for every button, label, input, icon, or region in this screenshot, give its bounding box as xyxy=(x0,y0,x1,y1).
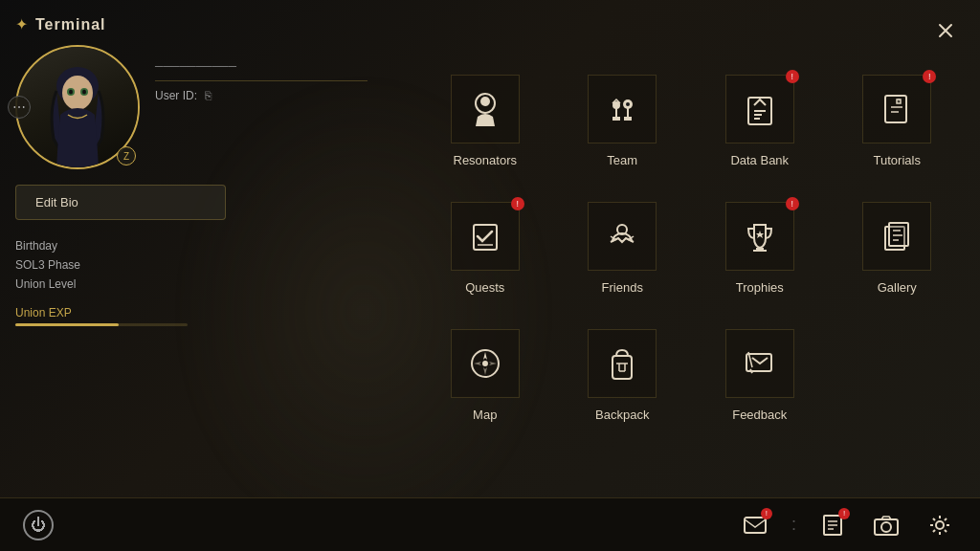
gallery-icon-box xyxy=(862,202,931,271)
resonators-icon-box xyxy=(451,75,520,143)
quests-badge xyxy=(511,197,524,210)
bottom-right: ! : ! xyxy=(738,508,957,542)
user-id-label: User ID: xyxy=(155,89,197,102)
union-exp-label: Union EXP xyxy=(15,306,368,320)
separator: : xyxy=(791,515,796,535)
power-icon: ⏻ xyxy=(31,517,46,534)
terminal-icon: ✦ xyxy=(15,15,28,33)
feedback-icon xyxy=(741,344,779,383)
stat-sol3: SOL3 Phase xyxy=(15,258,368,272)
menu-item-gallery[interactable]: Gallery xyxy=(834,194,962,302)
bottom-left: ⏻ xyxy=(23,510,54,540)
trophies-badge xyxy=(786,197,799,210)
left-panel: ✦ Terminal xyxy=(0,0,383,497)
menu-item-map[interactable]: Map xyxy=(421,321,549,430)
profile-stats: Birthday SOL3 Phase Union Level xyxy=(15,239,368,291)
exp-bar-background xyxy=(15,323,188,326)
user-name: ────────── xyxy=(155,53,368,81)
tutorials-icon-box: ? xyxy=(862,75,931,143)
data-bank-label: Data Bank xyxy=(730,153,789,167)
menu-item-backpack[interactable]: Backpack xyxy=(559,321,687,430)
friends-icon-box xyxy=(588,202,657,271)
mail-badge: ! xyxy=(761,508,772,519)
menu-item-trophies[interactable]: Trophies xyxy=(696,194,824,302)
copy-icon[interactable]: ⎘ xyxy=(205,89,212,102)
menu-item-team[interactable]: Team xyxy=(559,67,687,175)
menu-item-data-bank[interactable]: Data Bank xyxy=(696,67,824,175)
quests-icon-box xyxy=(451,202,520,271)
resonators-label: Resonators xyxy=(454,153,517,167)
backpack-label: Backpack xyxy=(595,408,649,422)
team-icon xyxy=(603,90,641,128)
stat-birthday: Birthday xyxy=(15,239,368,253)
menu-item-quests[interactable]: Quests xyxy=(421,194,549,302)
svg-rect-11 xyxy=(624,117,632,121)
map-icon xyxy=(466,344,504,383)
svg-rect-26 xyxy=(745,518,766,533)
power-button[interactable]: ⏻ xyxy=(23,510,54,540)
gallery-label: Gallery xyxy=(878,280,917,295)
menu-dots-icon: ⋯ xyxy=(12,99,26,115)
quests-icon xyxy=(466,217,504,255)
backpack-icon xyxy=(603,344,641,383)
character-silhouette xyxy=(39,62,116,167)
exp-bar-fill xyxy=(15,323,119,326)
svg-point-7 xyxy=(480,97,490,106)
svg-point-29 xyxy=(881,522,891,532)
stat-union-level: Union Level xyxy=(15,277,368,291)
friends-icon xyxy=(603,217,641,255)
svg-point-30 xyxy=(936,521,944,529)
avatar-container: ⋯ Z xyxy=(15,45,140,169)
tutorials-label: Tutorials xyxy=(874,153,921,167)
trophies-icon xyxy=(741,217,779,255)
trophies-label: Trophies xyxy=(736,280,784,295)
svg-point-4 xyxy=(69,90,73,95)
union-exp-section: Union EXP xyxy=(15,306,368,326)
avatar-menu-button[interactable]: ⋯ xyxy=(8,96,31,119)
edit-bio-button[interactable]: Edit Bio xyxy=(15,185,226,220)
settings-icon xyxy=(928,514,951,537)
map-icon-box xyxy=(451,329,520,398)
close-icon xyxy=(934,19,957,42)
feedback-label: Feedback xyxy=(732,408,787,422)
svg-point-23 xyxy=(482,361,488,366)
avatar-section: ⋯ Z ────────── User ID: ⎘ xyxy=(15,45,368,169)
edit-icon: Z xyxy=(123,151,129,162)
camera-icon xyxy=(874,515,899,536)
notes-button[interactable]: ! xyxy=(815,508,850,542)
svg-rect-24 xyxy=(612,356,632,379)
svg-point-5 xyxy=(82,90,86,95)
user-info: ────────── User ID: ⎘ xyxy=(155,45,368,102)
right-panel: Resonators Team xyxy=(421,48,961,449)
resonators-icon xyxy=(466,90,504,128)
map-label: Map xyxy=(473,408,497,422)
svg-rect-21 xyxy=(889,223,908,246)
bottom-bar: ⏻ ! : ! xyxy=(0,497,980,551)
svg-rect-8 xyxy=(612,117,620,121)
team-icon-box xyxy=(588,75,657,143)
quests-label: Quests xyxy=(465,280,504,295)
tutorials-icon: ? xyxy=(878,90,916,128)
backpack-icon-box xyxy=(588,329,657,398)
terminal-header: ✦ Terminal xyxy=(15,15,368,33)
camera-button[interactable] xyxy=(869,508,903,542)
menu-item-feedback[interactable]: Feedback xyxy=(696,321,824,430)
gallery-icon xyxy=(878,217,916,255)
data-bank-icon xyxy=(741,90,779,128)
data-bank-icon-box xyxy=(725,75,794,143)
menu-item-tutorials[interactable]: ? Tutorials xyxy=(834,67,962,175)
menu-item-friends[interactable]: Friends xyxy=(559,194,687,302)
settings-button[interactable] xyxy=(923,508,957,542)
team-label: Team xyxy=(607,153,637,167)
avatar-edit-button[interactable]: Z xyxy=(117,146,136,165)
terminal-title: Terminal xyxy=(35,16,106,33)
mail-button[interactable]: ! xyxy=(738,508,772,542)
close-button[interactable] xyxy=(930,15,961,46)
svg-point-14 xyxy=(626,102,630,106)
trophies-icon-box xyxy=(725,202,794,271)
notes-badge: ! xyxy=(838,508,850,519)
svg-point-1 xyxy=(62,76,93,110)
menu-item-resonators[interactable]: Resonators xyxy=(421,67,549,175)
feedback-icon-box xyxy=(725,329,794,398)
user-id-row: User ID: ⎘ xyxy=(155,89,368,102)
